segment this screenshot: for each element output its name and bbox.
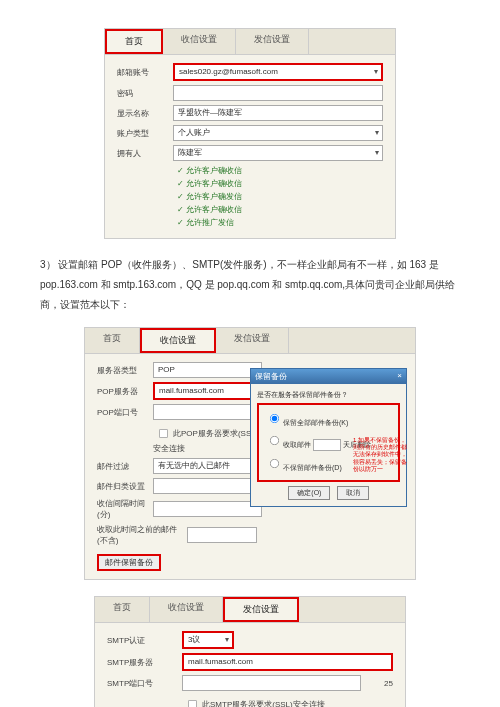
backup-dialog: 保留备份 × 是否在服务器保留邮件备份？ 保留全部邮件备份(K) 收取邮件 天后… xyxy=(250,368,407,507)
filter-label: 邮件过滤 xyxy=(97,461,153,472)
category-field[interactable] xyxy=(153,478,262,494)
owner-label: 拥有人 xyxy=(117,148,173,159)
tab-receive[interactable]: 收信设置 xyxy=(140,328,216,353)
before-field[interactable] xyxy=(187,527,257,543)
opt-no-keep[interactable] xyxy=(270,459,279,468)
smtp-ssl-label: 此SMTP服务器要求(SSL)安全连接 xyxy=(202,700,325,707)
backup-button[interactable]: 邮件保留备份 xyxy=(97,554,161,571)
opt-delete-after-label: 收取邮件 xyxy=(283,441,311,448)
pop-ssl-checkbox[interactable] xyxy=(159,429,168,438)
server-type-field[interactable]: POP xyxy=(153,362,262,378)
send-panel: 首页 收信设置 发信设置 SMTP认证3议 SMTP服务器mail.fumaso… xyxy=(94,596,406,707)
tab-receive[interactable]: 收信设置 xyxy=(150,597,223,622)
tabs-3: 首页 收信设置 发信设置 xyxy=(95,597,405,623)
dialog-warning-note: 1.如果不保留备份，则所有的历史邮件都无法保存到软件中，很容易丢失；保留备份以防… xyxy=(353,437,408,473)
opt-keep-all[interactable] xyxy=(270,414,279,423)
tabs-1: 首页 收信设置 发信设置 xyxy=(105,29,395,55)
password-field[interactable] xyxy=(173,85,383,101)
account-type-field[interactable]: 个人账户 xyxy=(173,125,383,141)
tab-receive[interactable]: 收信设置 xyxy=(163,29,236,54)
check-item: 允许客户确收信 xyxy=(177,204,383,215)
pop-server-field[interactable]: mail.fumasoft.com xyxy=(153,382,262,400)
tab-send[interactable]: 发信设置 xyxy=(216,328,289,353)
receive-panel: 首页 收信设置 发信设置 服务器类型POP POP服务器mail.fumasof… xyxy=(84,327,416,580)
days-field[interactable] xyxy=(313,439,341,451)
dialog-title-text: 保留备份 xyxy=(255,371,287,382)
check-item: 允许客户确收信 xyxy=(177,178,383,189)
ok-button[interactable]: 确定(O) xyxy=(288,486,330,500)
smtp-auth-field[interactable]: 3议 xyxy=(182,631,234,649)
smtp-server-field[interactable]: mail.fumasoft.com xyxy=(182,653,393,671)
smtp-port-label: SMTP端口号 xyxy=(107,678,182,689)
display-name-field[interactable]: 孚盟软件—陈建军 xyxy=(173,105,383,121)
account-type-label: 账户类型 xyxy=(117,128,173,139)
tab-send[interactable]: 发信设置 xyxy=(223,597,299,622)
check-item: 允许客户确发信 xyxy=(177,191,383,202)
interval-field[interactable] xyxy=(153,501,262,517)
smtp-port-field[interactable] xyxy=(182,675,361,691)
smtp-auth-label: SMTP认证 xyxy=(107,635,182,646)
check-item: 允许客户确收信 xyxy=(177,165,383,176)
smtp-server-label: SMTP服务器 xyxy=(107,657,182,668)
opt-no-keep-label: 不保留邮件备份(D) xyxy=(283,464,342,471)
password-label: 密码 xyxy=(117,88,173,99)
dialog-titlebar: 保留备份 × xyxy=(251,369,406,384)
tab-send[interactable]: 发信设置 xyxy=(236,29,309,54)
tab-home[interactable]: 首页 xyxy=(105,29,163,54)
check-item: 允许推广发信 xyxy=(177,217,383,228)
paragraph-3: 3） 设置邮箱 POP（收件服务）、SMTP(发件服务)，不一样企业邮局有不一样… xyxy=(40,255,460,315)
server-type-label: 服务器类型 xyxy=(97,365,153,376)
tab-home[interactable]: 首页 xyxy=(85,328,140,353)
mail-account-label: 邮箱账号 xyxy=(117,67,173,78)
opt-delete-after[interactable] xyxy=(270,436,279,445)
before-label: 收取此时间之前的邮件(不含) xyxy=(97,524,187,546)
tab-home[interactable]: 首页 xyxy=(95,597,150,622)
pop-server-label: POP服务器 xyxy=(97,386,153,397)
permission-checklist: 允许客户确收信 允许客户确收信 允许客户确发信 允许客户确收信 允许推广发信 xyxy=(177,165,383,228)
display-name-label: 显示名称 xyxy=(117,108,173,119)
owner-field[interactable]: 陈建军 xyxy=(173,145,383,161)
mail-account-field[interactable]: sales020.gz@fumasoft.com xyxy=(173,63,383,81)
interval-label: 收信间隔时间(分) xyxy=(97,498,153,520)
opt-keep-all-label: 保留全部邮件备份(K) xyxy=(283,419,348,426)
tabs-2: 首页 收信设置 发信设置 xyxy=(85,328,415,354)
pop-port-label: POP端口号 xyxy=(97,407,153,418)
pop-ssl-label: 此POP服务器要求(SSL)安全连接 xyxy=(153,429,258,453)
dialog-group-title: 是否在服务器保留邮件备份？ xyxy=(257,390,400,400)
cancel-button[interactable]: 取消 xyxy=(337,486,369,500)
homepage-panel: 首页 收信设置 发信设置 邮箱账号sales020.gz@fumasoft.co… xyxy=(104,28,396,239)
smtp-ssl-checkbox[interactable] xyxy=(188,700,197,707)
smtp-port-suffix: 25 xyxy=(361,679,393,688)
pop-port-field[interactable] xyxy=(153,404,262,420)
close-icon[interactable]: × xyxy=(397,371,402,382)
filter-field[interactable]: 有无选中的人已邮件 xyxy=(153,458,262,474)
category-label: 邮件归类设置 xyxy=(97,481,153,492)
